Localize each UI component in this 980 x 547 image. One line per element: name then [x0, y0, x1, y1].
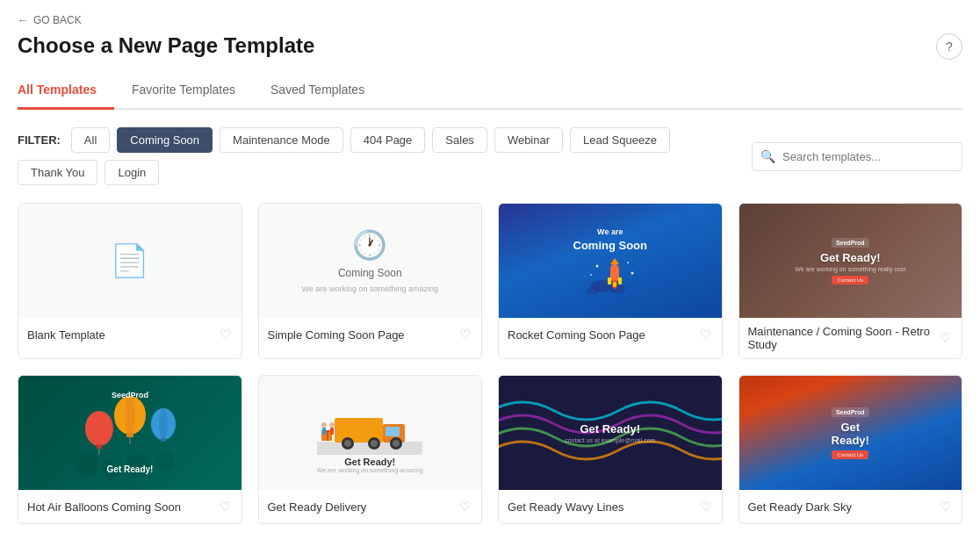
- card-footer-wavy: Get Ready Wavy Lines ♡: [499, 490, 722, 523]
- filter-btn-all[interactable]: All: [71, 127, 110, 153]
- help-icon: ?: [946, 40, 953, 54]
- filter-btn-coming-soon[interactable]: Coming Soon: [117, 127, 213, 153]
- template-card-blank[interactable]: 📄 Blank Template ♡: [18, 203, 242, 359]
- favorite-btn-blank[interactable]: ♡: [218, 325, 233, 344]
- template-card-rocket[interactable]: We are Coming Soon: [498, 203, 723, 359]
- template-name-dark-sky: Get Ready Dark Sky: [748, 500, 853, 514]
- filter-btn-webinar[interactable]: Webinar: [494, 127, 563, 153]
- template-card-simple-cs[interactable]: 🕐 Coming Soon We are working on somethin…: [258, 203, 483, 359]
- filter-btn-maintenance[interactable]: Maintenance Mode: [220, 127, 343, 153]
- svg-point-7: [595, 264, 598, 267]
- svg-rect-6: [618, 277, 622, 284]
- svg-rect-43: [322, 428, 326, 435]
- favorite-btn-rocket[interactable]: ♡: [698, 325, 713, 344]
- svg-point-36: [371, 440, 378, 447]
- template-thumb-rocket: We are Coming Soon: [499, 204, 722, 318]
- svg-point-10: [590, 274, 592, 276]
- template-name-balloons: Hot Air Balloons Coming Soon: [27, 500, 181, 514]
- template-thumb-simple-cs: 🕐 Coming Soon We are working on somethin…: [259, 204, 482, 318]
- filter-btn-404[interactable]: 404 Page: [350, 127, 426, 153]
- rocket-svg: [584, 256, 637, 295]
- svg-text:Get Ready!: Get Ready!: [106, 464, 153, 474]
- svg-point-12: [613, 282, 616, 287]
- balloons-svg: SeedProd Get Ready!: [68, 385, 191, 481]
- search-input[interactable]: [752, 142, 962, 171]
- template-name-retro: Maintenance / Coming Soon - Retro Study: [748, 325, 939, 351]
- filter-btn-login[interactable]: Login: [104, 160, 159, 185]
- svg-rect-32: [386, 427, 400, 436]
- template-card-retro[interactable]: SeedProd Get Ready! We are working on so…: [739, 203, 963, 359]
- svg-rect-26: [161, 438, 166, 442]
- file-icon: 📄: [110, 242, 149, 279]
- tab-saved-templates[interactable]: Saved Templates: [253, 74, 382, 110]
- favorite-btn-wavy[interactable]: ♡: [698, 497, 713, 516]
- template-name-wavy: Get Ready Wavy Lines: [508, 500, 623, 514]
- template-card-dark-sky[interactable]: SeedProd Get Ready! Contact Us Get Ready…: [739, 375, 963, 524]
- svg-rect-3: [610, 264, 619, 282]
- template-name-blank: Blank Template: [27, 328, 105, 342]
- card-footer-dark-sky: Get Ready Dark Sky ♡: [739, 490, 962, 523]
- card-footer-rocket: Rocket Coming Soon Page ♡: [499, 318, 722, 351]
- template-thumb-blank: 📄: [18, 204, 241, 318]
- template-card-wavy[interactable]: Get Ready! contact us at example@mail.co…: [498, 375, 723, 524]
- filter-btn-lead-squeeze[interactable]: Lead Squeeze: [570, 127, 670, 153]
- card-footer-retro: Maintenance / Coming Soon - Retro Study …: [739, 318, 962, 358]
- svg-point-16: [155, 452, 175, 471]
- tab-all-templates[interactable]: All Templates: [18, 74, 114, 110]
- svg-marker-4: [610, 258, 619, 264]
- template-card-balloons[interactable]: SeedProd Get Ready! Hot Air Balloons Com…: [18, 375, 242, 524]
- favorite-btn-retro[interactable]: ♡: [938, 328, 953, 348]
- card-footer-blank: Blank Template ♡: [18, 318, 241, 351]
- tab-favorite-templates[interactable]: Favorite Templates: [114, 74, 253, 110]
- filter-label: FILTER:: [18, 133, 61, 147]
- svg-point-17: [85, 411, 113, 446]
- search-wrapper: 🔍: [752, 142, 962, 171]
- help-button[interactable]: ?: [936, 33, 962, 60]
- go-back-arrow-icon: ←: [18, 14, 28, 26]
- svg-point-34: [344, 440, 351, 447]
- templates-grid: 📄 Blank Template ♡ 🕐 Coming Soon We are …: [18, 203, 962, 524]
- go-back-link[interactable]: ← GO BACK: [18, 14, 962, 26]
- filter-btn-sales[interactable]: Sales: [432, 127, 487, 153]
- card-footer-delivery: Get Ready Delivery ♡: [259, 490, 482, 523]
- tabs-bar: All Templates Favorite Templates Saved T…: [18, 74, 962, 110]
- delivery-svg: [317, 393, 422, 455]
- svg-point-44: [329, 422, 335, 428]
- card-footer-balloons: Hot Air Balloons Coming Soon ♡: [18, 490, 241, 523]
- svg-rect-5: [608, 277, 611, 284]
- page-title: Choose a New Page Template: [18, 33, 314, 58]
- go-back-label: GO BACK: [33, 14, 82, 26]
- clock-icon: 🕐: [352, 228, 387, 262]
- favorite-btn-dark-sky[interactable]: ♡: [938, 497, 953, 516]
- card-footer-simple-cs: Simple Coming Soon Page ♡: [259, 318, 482, 351]
- template-name-rocket: Rocket Coming Soon Page: [508, 328, 645, 342]
- template-card-delivery[interactable]: Get Ready! We are working on something a…: [258, 375, 483, 524]
- template-thumb-wavy: Get Ready! contact us at example@mail.co…: [499, 376, 722, 490]
- svg-rect-41: [327, 430, 328, 441]
- favorite-btn-simple-cs[interactable]: ♡: [458, 325, 472, 344]
- svg-point-8: [627, 262, 629, 263]
- svg-point-38: [393, 440, 400, 447]
- svg-rect-18: [97, 444, 102, 449]
- template-name-delivery: Get Ready Delivery: [268, 500, 367, 514]
- favorite-btn-delivery[interactable]: ♡: [458, 497, 472, 516]
- svg-text:SeedProd: SeedProd: [112, 391, 148, 399]
- template-thumb-balloons: SeedProd Get Ready!: [18, 376, 241, 490]
- svg-point-21: [125, 396, 135, 435]
- template-name-simple-cs: Simple Coming Soon Page: [268, 328, 405, 342]
- svg-point-9: [631, 271, 633, 274]
- template-thumb-delivery: Get Ready! We are working on something a…: [259, 376, 482, 490]
- svg-rect-22: [126, 433, 133, 437]
- svg-rect-45: [330, 428, 334, 435]
- filter-btn-thank-you[interactable]: Thank You: [18, 160, 97, 185]
- svg-point-2: [587, 286, 599, 295]
- filter-bar: FILTER: All Coming Soon Maintenance Mode…: [18, 127, 752, 185]
- svg-point-13: [73, 450, 99, 477]
- svg-point-25: [159, 408, 168, 440]
- template-thumb-dark-sky: SeedProd Get Ready! Contact Us: [739, 376, 962, 490]
- favorite-btn-balloons[interactable]: ♡: [218, 497, 233, 516]
- svg-point-42: [321, 422, 327, 428]
- svg-point-1: [609, 284, 625, 294]
- template-thumb-retro: SeedProd Get Ready! We are working on so…: [739, 204, 962, 318]
